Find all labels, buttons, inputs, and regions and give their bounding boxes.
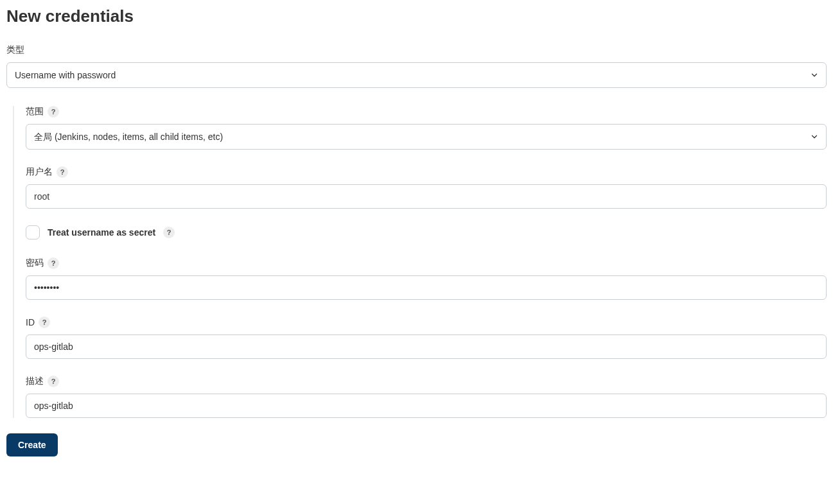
id-field: ID ? <box>26 317 827 359</box>
id-help-icon[interactable]: ? <box>39 317 50 328</box>
username-field: 用户名 ? <box>26 166 827 209</box>
scope-select[interactable]: 全局 (Jenkins, nodes, items, all child ite… <box>26 124 827 150</box>
treat-secret-help-icon[interactable]: ? <box>163 227 175 238</box>
description-label-row: 描述 ? <box>26 376 827 387</box>
username-label-row: 用户名 ? <box>26 166 827 178</box>
credential-details: 范围 ? 全局 (Jenkins, nodes, items, all chil… <box>13 106 827 418</box>
kind-field: 类型 Username with password <box>6 44 827 88</box>
description-label: 描述 <box>26 376 44 387</box>
password-help-icon[interactable]: ? <box>48 257 59 269</box>
page-title: New credentials <box>6 6 827 26</box>
scope-help-icon[interactable]: ? <box>48 106 59 117</box>
treat-secret-label: Treat username as secret <box>48 227 155 238</box>
id-input[interactable] <box>26 335 827 359</box>
username-help-icon[interactable]: ? <box>57 166 68 178</box>
password-input[interactable] <box>26 275 827 300</box>
scope-label: 范围 <box>26 106 44 117</box>
scope-select-wrap: 全局 (Jenkins, nodes, items, all child ite… <box>26 124 827 150</box>
username-input[interactable] <box>26 184 827 209</box>
password-label-row: 密码 ? <box>26 257 827 269</box>
description-field: 描述 ? <box>26 376 827 418</box>
password-label: 密码 <box>26 257 44 269</box>
treat-secret-row: Treat username as secret ? <box>26 225 827 239</box>
id-label-row: ID ? <box>26 317 827 328</box>
scope-label-row: 范围 ? <box>26 106 827 117</box>
kind-select[interactable]: Username with password <box>6 62 827 88</box>
kind-label-row: 类型 <box>6 44 827 56</box>
password-field: 密码 ? <box>26 257 827 300</box>
scope-field: 范围 ? 全局 (Jenkins, nodes, items, all chil… <box>26 106 827 150</box>
treat-secret-checkbox[interactable] <box>26 225 40 239</box>
create-button[interactable]: Create <box>6 433 58 456</box>
kind-label: 类型 <box>6 44 24 56</box>
username-label: 用户名 <box>26 166 53 178</box>
description-help-icon[interactable]: ? <box>48 376 59 387</box>
id-label: ID <box>26 317 35 327</box>
kind-select-wrap: Username with password <box>6 62 827 88</box>
description-input[interactable] <box>26 394 827 418</box>
